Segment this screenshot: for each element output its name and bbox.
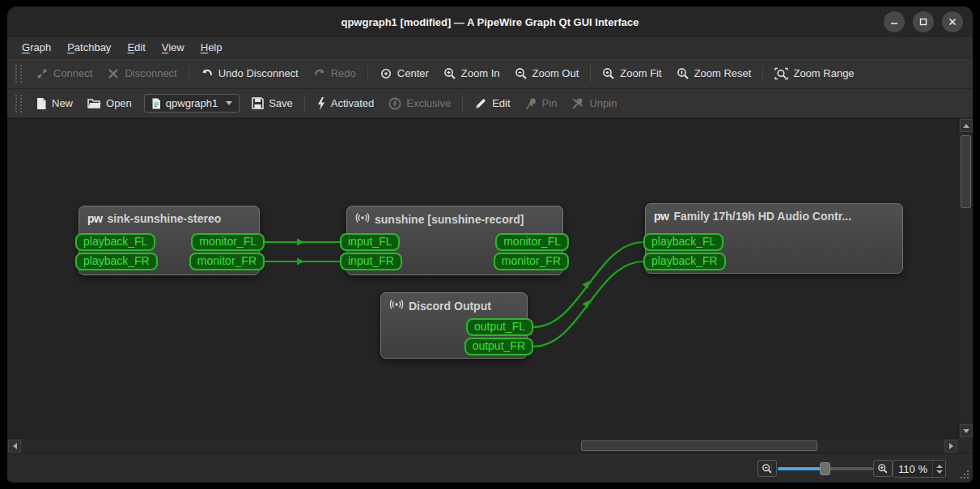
- port-sink-monitor_FL[interactable]: monitor_FL: [191, 233, 265, 251]
- edit-button[interactable]: Edit: [467, 94, 517, 113]
- open-label: Open: [106, 97, 132, 109]
- pipewire-icon: pw: [654, 210, 668, 223]
- vertical-scroll-thumb[interactable]: [961, 135, 971, 208]
- redo-button[interactable]: Redo: [306, 64, 363, 83]
- port-family-playback_FR[interactable]: playback_FR: [643, 253, 726, 270]
- port-sink-playback_FR[interactable]: playback_FR: [75, 253, 158, 270]
- exclusive-button[interactable]: Exclusive: [381, 94, 458, 113]
- minimize-button[interactable]: [884, 11, 905, 32]
- close-button[interactable]: [942, 11, 963, 32]
- patchbay-selector[interactable]: qpwgraph1: [144, 94, 240, 113]
- cable-arrow-icon: [297, 258, 304, 266]
- zoom-out-button[interactable]: Zoom Out: [507, 64, 587, 83]
- spin-down-icon: [936, 470, 943, 474]
- port-sunshine-monitor_FL[interactable]: monitor_FL: [495, 233, 569, 251]
- close-icon: [948, 18, 957, 26]
- node-name: sunshine [sunshine-record]: [375, 213, 524, 226]
- port-sink-monitor_FR[interactable]: monitor_FR: [189, 253, 265, 270]
- port-sunshine-input_FR[interactable]: input_FR: [340, 253, 402, 270]
- scroll-right-button[interactable]: [944, 440, 957, 453]
- maximize-button[interactable]: [913, 11, 934, 32]
- app-window: qpwgraph1 [modified] — A PipeWire Graph …: [7, 6, 973, 483]
- menu-help[interactable]: Help: [193, 39, 231, 56]
- toolbar-separator: [462, 95, 463, 113]
- disconnect-label: Disconnect: [125, 67, 176, 79]
- maximize-icon: [919, 18, 927, 26]
- zoom-slider[interactable]: [778, 467, 873, 470]
- zoom-reset-button[interactable]: Zoom Reset: [669, 64, 759, 83]
- zoom-fit-button[interactable]: Zoom Fit: [595, 64, 668, 83]
- spinbox-steppers[interactable]: [932, 461, 945, 477]
- port-discord-output_FL[interactable]: output_FL: [466, 318, 533, 336]
- new-file-icon: [36, 97, 47, 110]
- zoom-in-button[interactable]: Zoom In: [436, 64, 507, 83]
- zoom-slider-handle[interactable]: [820, 462, 830, 475]
- window-title: qpwgraph1 [modified] — A PipeWire Graph …: [341, 16, 638, 28]
- new-button[interactable]: New: [28, 94, 80, 113]
- port-sunshine-input_FL[interactable]: input_FL: [340, 233, 400, 251]
- redo-label: Redo: [331, 67, 356, 79]
- menu-patchbay[interactable]: Patchbay: [59, 39, 119, 56]
- connect-icon: [36, 67, 49, 80]
- undo-button[interactable]: Undo Disconnect: [193, 64, 306, 83]
- exclusive-label: Exclusive: [406, 97, 451, 109]
- chevron-down-icon: [226, 101, 232, 105]
- zoom-out-label: Zoom Out: [532, 67, 579, 79]
- toolbar-separator: [367, 65, 368, 83]
- zoom-fit-icon: [602, 67, 615, 80]
- edit-pencil-icon: [474, 97, 487, 110]
- scroll-left-button[interactable]: [8, 440, 21, 453]
- status-zoom-in-button[interactable]: [873, 460, 893, 477]
- scroll-up-button[interactable]: [960, 119, 973, 132]
- patchbay-selector-value: qpwgraph1: [166, 97, 218, 109]
- center-icon: [380, 67, 392, 80]
- node-title: pw sink-sunshine-stereo: [79, 206, 259, 231]
- toolbar-drag-handle[interactable]: [15, 65, 22, 83]
- menu-graph[interactable]: Graph: [14, 39, 59, 56]
- patchbay-toolbar: New Open qpwgraph1 Save Act: [7, 89, 973, 118]
- port-sunshine-monitor_FR[interactable]: monitor_FR: [494, 253, 569, 270]
- open-folder-icon: [87, 97, 101, 109]
- horizontal-scroll-thumb[interactable]: [581, 440, 817, 451]
- port-sink-playback_FL[interactable]: playback_FL: [75, 233, 155, 251]
- menu-edit[interactable]: Edit: [119, 39, 153, 56]
- toolbar-drag-handle[interactable]: [15, 95, 22, 113]
- scroll-down-button[interactable]: [960, 424, 973, 437]
- unpin-label: Unpin: [589, 97, 617, 109]
- status-zoom-out-button[interactable]: [757, 460, 777, 477]
- minimize-icon: [890, 18, 898, 26]
- horizontal-scrollbar[interactable]: [7, 438, 958, 453]
- node-name: sink-sunshine-stereo: [107, 212, 221, 225]
- port-family-playback_FL[interactable]: playback_FL: [643, 233, 723, 251]
- node-title: sunshine [sunshine-record]: [347, 206, 562, 232]
- stream-icon: [389, 299, 404, 313]
- menu-view[interactable]: View: [154, 39, 193, 56]
- graph-toolbar: Connect Disconnect Undo Disconnect Redo: [7, 58, 973, 89]
- connect-button[interactable]: Connect: [28, 64, 100, 83]
- window-resize-grip[interactable]: [959, 469, 969, 478]
- activated-button[interactable]: Activated: [309, 94, 381, 113]
- center-button[interactable]: Center: [372, 64, 436, 83]
- port-discord-output_FR[interactable]: output_FR: [465, 338, 533, 355]
- zoom-range-button[interactable]: Zoom Range: [767, 64, 861, 83]
- titlebar[interactable]: qpwgraph1 [modified] — A PipeWire Graph …: [7, 6, 973, 37]
- graph-canvas[interactable]: pw sink-sunshine-stereo sunshine [sunshi…: [7, 118, 958, 438]
- undo-label: Undo Disconnect: [218, 67, 299, 79]
- zoom-reset-label: Zoom Reset: [694, 67, 752, 79]
- zoom-out-icon: [515, 67, 528, 80]
- disconnect-button[interactable]: Disconnect: [100, 64, 184, 83]
- cable-arrow-icon: [297, 239, 304, 246]
- new-label: New: [52, 97, 73, 109]
- zoom-percent-spinbox[interactable]: 110 %: [893, 460, 946, 478]
- save-button[interactable]: Save: [244, 94, 300, 113]
- zoom-reset-icon: [677, 67, 689, 80]
- disconnect-icon: [107, 67, 120, 80]
- vertical-scrollbar[interactable]: [958, 118, 973, 438]
- open-button[interactable]: Open: [80, 94, 139, 113]
- pin-button[interactable]: Pin: [518, 94, 565, 113]
- unpin-button[interactable]: Unpin: [564, 94, 624, 113]
- edit-label: Edit: [492, 97, 510, 109]
- arrow-down-icon: [963, 429, 969, 433]
- activated-label: Activated: [331, 97, 374, 109]
- arrow-up-icon: [963, 124, 969, 128]
